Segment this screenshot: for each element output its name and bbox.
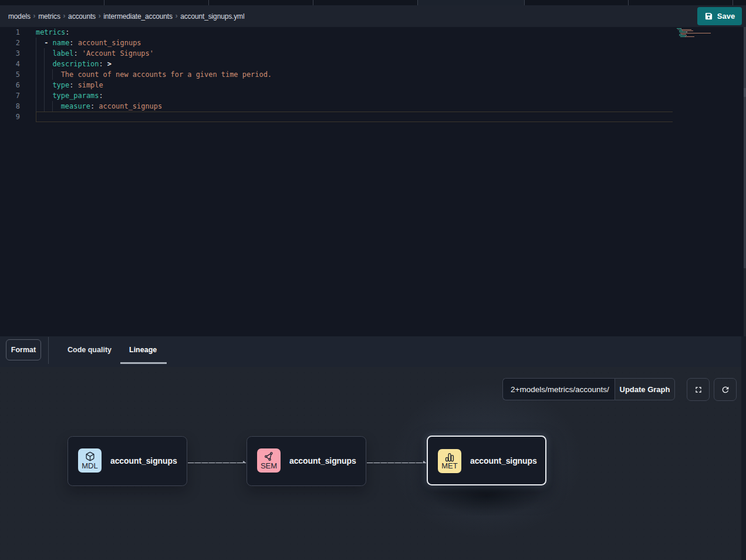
node-badge-met: MET <box>438 449 461 473</box>
node-label: account_signups <box>470 437 537 484</box>
lineage-graph-canvas[interactable]: 2+models/metrics/accounts/ Update Graph … <box>0 367 746 560</box>
node-label: account_signups <box>110 437 177 485</box>
tab-separator <box>208 0 209 5</box>
edge-arrowhead <box>423 461 426 463</box>
tab-separator <box>104 0 104 5</box>
lineage-edge <box>367 463 426 463</box>
code-line: description: > <box>52 59 112 69</box>
editor-tab-strip <box>0 0 746 5</box>
editor-scrollbar-slider[interactable] <box>744 88 746 97</box>
panel-right-gutter <box>741 336 746 560</box>
indent-guide <box>52 101 53 112</box>
line-number: 4 <box>0 59 20 69</box>
breadcrumb-chevron-icon: › <box>98 11 100 20</box>
line-number: 1 <box>0 27 20 38</box>
tab-lineage[interactable]: Lineage <box>129 344 157 356</box>
line-number: 9 <box>0 112 20 122</box>
floppy-disk-icon <box>704 12 713 21</box>
code-line: metrics: <box>36 27 70 38</box>
node-badge-sem: SEM <box>257 448 281 473</box>
format-button[interactable]: Format <box>6 339 41 360</box>
lineage-edge <box>188 463 246 463</box>
active-tab-underline <box>120 362 167 364</box>
fullscreen-button[interactable] <box>687 378 710 401</box>
code-line: label: 'Account Signups' <box>52 48 154 59</box>
line-number: 7 <box>0 90 20 101</box>
code-line: type: simple <box>52 80 103 90</box>
node-badge-mdl: MDL <box>78 448 102 473</box>
tab-code-quality[interactable]: Code quality <box>67 344 112 356</box>
breadcrumb-item[interactable]: accounts <box>68 13 96 20</box>
bottom-panel: Format Code qualityLineage 2+models/metr… <box>0 336 746 560</box>
line-number: 6 <box>0 80 20 90</box>
lineage-node-mdl[interactable]: MDLaccount_signups <box>67 436 187 486</box>
fullscreen-icon <box>694 385 703 394</box>
current-line-highlight <box>36 112 673 122</box>
active-file-tab[interactable] <box>417 0 524 5</box>
breadcrumb-bar: models›metrics›accounts›intermediate_acc… <box>0 5 746 27</box>
code-line: The count of new accounts for a given ti… <box>61 69 272 80</box>
breadcrumb-chevron-icon: › <box>175 11 177 20</box>
semantic-nodes-icon <box>264 451 274 461</box>
bar-chart-icon <box>444 452 455 462</box>
breadcrumb-item[interactable]: account_signups.yml <box>180 13 244 20</box>
header-divider <box>48 337 49 364</box>
code-editor[interactable]: 1metrics:2- name: account_signups3label:… <box>0 27 746 336</box>
tab-separator <box>524 0 525 5</box>
breadcrumb-chevron-icon: › <box>33 11 35 20</box>
edge-arrowhead <box>243 461 245 463</box>
tab-separator <box>417 0 418 5</box>
editor-scrollbar-track[interactable] <box>744 268 746 336</box>
indent-guide <box>52 69 53 80</box>
code-line: type_params: <box>52 90 103 101</box>
breadcrumb: models›metrics›accounts›intermediate_acc… <box>8 12 244 21</box>
panel-header: Format Code qualityLineage <box>0 336 746 367</box>
lineage-node-met[interactable]: METaccount_signups <box>427 436 546 485</box>
save-button[interactable]: Save <box>697 7 742 25</box>
breadcrumb-chevron-icon: › <box>63 11 65 20</box>
tab-separator <box>628 0 629 5</box>
refresh-icon <box>721 385 730 394</box>
tab-separator <box>313 0 313 5</box>
breadcrumb-item[interactable]: metrics <box>38 13 60 20</box>
code-line: measure: account_signups <box>61 101 163 112</box>
update-graph-button[interactable]: Update Graph <box>615 378 675 400</box>
editor-scrollbar[interactable] <box>744 27 746 268</box>
code-line: - name: account_signups <box>44 38 141 48</box>
breadcrumb-item[interactable]: intermediate_accounts <box>103 13 173 20</box>
indent-guide <box>36 38 36 112</box>
indent-guide <box>44 48 45 112</box>
cube-icon <box>85 451 95 461</box>
line-number: 2 <box>0 38 20 48</box>
line-number: 5 <box>0 69 20 80</box>
line-number: 8 <box>0 101 20 112</box>
line-number: 3 <box>0 48 20 59</box>
breadcrumb-item[interactable]: models <box>8 13 31 20</box>
tab-separator <box>733 0 733 5</box>
refresh-button[interactable] <box>714 378 737 401</box>
